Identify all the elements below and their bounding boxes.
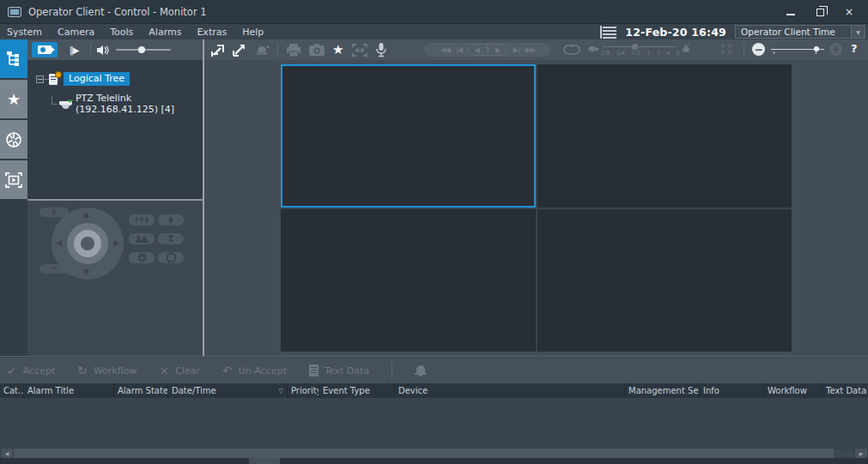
print-button[interactable]	[286, 44, 301, 57]
menu-alarms[interactable]: Alarms	[149, 25, 190, 39]
col-info[interactable]: Info	[700, 383, 764, 398]
play-button[interactable]: ▶	[495, 45, 501, 54]
snapshot-camera-icon	[309, 44, 325, 56]
iris-open-button[interactable]	[158, 252, 184, 263]
iris-close-button[interactable]	[129, 252, 155, 263]
far-scene-button[interactable]	[129, 233, 155, 244]
volume-slider[interactable]	[116, 45, 171, 54]
focus-far-button[interactable]	[129, 214, 155, 226]
image-pane-2[interactable]	[537, 64, 792, 208]
minimize-icon	[786, 14, 795, 15]
sort-filter-icon[interactable]: ▽	[279, 388, 283, 395]
minimize-button[interactable]	[782, 5, 799, 19]
reverse-play-button[interactable]: ◀	[474, 45, 480, 54]
mountain-icon	[135, 235, 149, 243]
col-event-type[interactable]: Event Type	[319, 383, 395, 398]
tree-node-camera[interactable]: PTZ Telelink (192.168.41.125) [4]	[52, 93, 203, 115]
help-button[interactable]: ?	[851, 42, 858, 55]
scroll-left-button[interactable]: ◀	[1, 449, 13, 458]
image-pane-sequence-button[interactable]	[351, 44, 368, 57]
volume-knob[interactable]	[138, 46, 145, 53]
speed-track[interactable]	[603, 46, 677, 47]
col-datetime[interactable]: Date/Time ▽	[168, 383, 288, 398]
menu-tools[interactable]: Tools	[110, 25, 142, 39]
speaker-icon[interactable]	[96, 45, 109, 56]
step-forward-button[interactable]: ▶|	[513, 45, 519, 54]
scroll-right-button[interactable]: ▶	[855, 449, 867, 458]
unaccept-alarm-button[interactable]: ↶ Un-Accept	[222, 365, 287, 377]
snapshot-button[interactable]	[309, 44, 325, 56]
col-management-server[interactable]: Management Server	[625, 383, 700, 398]
col-device[interactable]: Device	[395, 383, 625, 398]
current-datetime: 12-Feb-20 16:49	[625, 26, 726, 39]
more-panes-button[interactable]: +	[829, 43, 842, 56]
alarm-sequence-button[interactable]	[254, 44, 270, 57]
ptz-up-arrow[interactable]: ▲	[83, 211, 89, 219]
accept-alarm-button[interactable]: ✓ Accept	[7, 365, 55, 377]
tree-root-label[interactable]: Logical Tree	[64, 72, 130, 86]
col-alarm-state[interactable]: Alarm State	[114, 383, 168, 398]
fewer-panes-button[interactable]: −	[752, 43, 765, 56]
iris-open-icon	[167, 253, 176, 262]
select-pane-arrow-icon	[209, 43, 224, 57]
restore-button[interactable]	[811, 5, 829, 19]
workflow-button[interactable]: ↻ Workflow	[77, 365, 137, 377]
col-priority[interactable]: Priority	[288, 383, 319, 398]
rewind-button[interactable]: ◀◀	[440, 45, 450, 54]
pause-button[interactable]: Ⅱ	[486, 45, 489, 54]
col-category[interactable]: Cat...	[0, 383, 24, 398]
bottom-edge-strip	[0, 458, 868, 464]
close-all-panes-button[interactable]: ×× ××	[719, 42, 734, 56]
pane-count-slider[interactable]	[771, 46, 824, 53]
restore-layout-button[interactable]	[209, 43, 224, 57]
ptz-right-arrow[interactable]: ▶	[113, 239, 119, 247]
menu-system[interactable]: System	[7, 25, 51, 39]
text-data-button[interactable]: Text Data	[309, 365, 369, 377]
image-pane-canvas	[204, 60, 868, 356]
tab-bookmarks[interactable]	[0, 120, 27, 159]
time-source-select[interactable]: Operator Client Time ▼	[735, 25, 865, 39]
tree-camera-label[interactable]: PTZ Telelink (192.168.41.125) [4]	[76, 93, 203, 115]
loop-playback-button[interactable]	[563, 45, 580, 55]
clear-alarm-button[interactable]: × Clear	[159, 365, 200, 377]
focus-near-button[interactable]	[158, 214, 184, 226]
tab-favorites[interactable]: ★	[0, 80, 27, 118]
pane-count-knob[interactable]	[814, 46, 819, 51]
maximize-pane-button[interactable]	[232, 43, 246, 57]
image-pane-3[interactable]	[281, 209, 536, 353]
live-video-button[interactable]	[32, 42, 58, 57]
step-back-button[interactable]: |◀	[456, 45, 462, 54]
menu-extras[interactable]: Extras	[197, 25, 235, 39]
scrollbar-track[interactable]	[834, 449, 854, 458]
audio-intercom-button[interactable]	[376, 43, 386, 57]
iris-closed-icon	[137, 253, 147, 262]
collapse-icon[interactable]: −	[36, 75, 44, 83]
microphone-icon	[376, 43, 386, 57]
joystick-center[interactable]	[81, 237, 94, 250]
speed-knob[interactable]	[632, 44, 638, 50]
ptz-joystick[interactable]: ▲ ▼ ◀ ▶	[52, 208, 124, 280]
tab-image-window[interactable]	[0, 160, 27, 199]
alarm-audio-button[interactable]	[415, 365, 427, 377]
col-workflow[interactable]: Workflow	[764, 383, 822, 398]
chevron-down-icon[interactable]: ▼	[851, 26, 865, 38]
app-icon	[8, 7, 21, 17]
col-text-data[interactable]: Text Data	[822, 383, 868, 398]
add-favorite-button[interactable]: ★	[332, 44, 343, 57]
ptz-down-arrow[interactable]: ▼	[83, 268, 89, 276]
scrollbar-thumb[interactable]	[14, 449, 834, 458]
near-scene-button[interactable]	[158, 233, 184, 244]
ptz-left-arrow[interactable]: ◀	[56, 239, 62, 247]
alarm-list-empty[interactable]	[0, 398, 868, 448]
tree-node-root[interactable]: − Logical Tree	[36, 72, 130, 86]
col-alarm-title[interactable]: Alarm Title	[24, 383, 114, 398]
close-button[interactable]: ×	[841, 5, 858, 19]
menu-camera[interactable]: Camera	[58, 25, 103, 39]
tab-logical-tree[interactable]	[0, 39, 27, 78]
image-pane-4[interactable]	[537, 209, 792, 353]
image-pane-1-selected[interactable]	[281, 64, 536, 208]
instant-playback-button[interactable]: ‖▶	[63, 42, 85, 57]
menu-help[interactable]: Help	[242, 25, 272, 39]
fast-forward-button[interactable]: ▶▶	[525, 45, 535, 54]
window-title: Operator Client - Control - Monitor 1	[28, 6, 207, 18]
